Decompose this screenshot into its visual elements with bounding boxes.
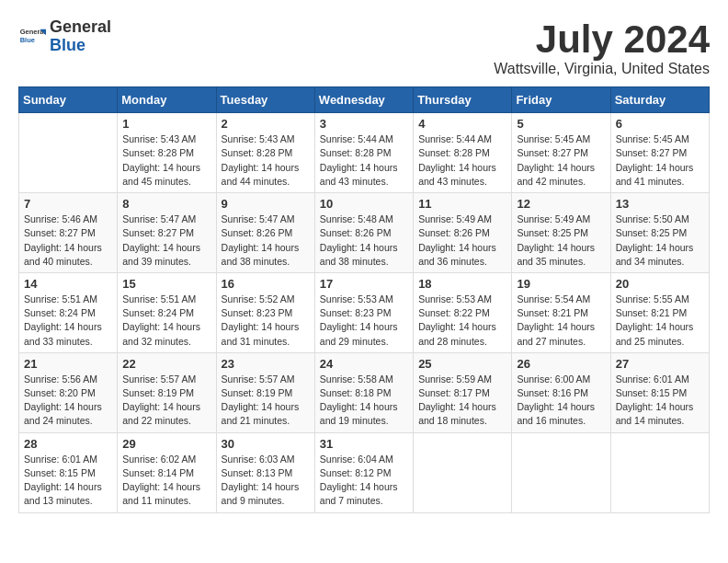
day-number: 31 xyxy=(320,437,408,451)
calendar-week-row: 28Sunrise: 6:01 AM Sunset: 8:15 PM Dayli… xyxy=(19,432,710,512)
day-info: Sunrise: 5:53 AM Sunset: 8:23 PM Dayligh… xyxy=(320,293,408,349)
day-number: 25 xyxy=(418,357,506,371)
logo-icon: General Blue xyxy=(18,23,46,51)
page-header: General Blue General Blue July 2024 Watt… xyxy=(18,18,710,77)
day-info: Sunrise: 5:46 AM Sunset: 8:27 PM Dayligh… xyxy=(24,213,112,269)
calendar-cell: 4Sunrise: 5:44 AM Sunset: 8:28 PM Daylig… xyxy=(414,113,512,193)
day-info: Sunrise: 5:44 AM Sunset: 8:28 PM Dayligh… xyxy=(418,132,506,189)
day-number: 18 xyxy=(418,277,506,291)
day-number: 26 xyxy=(517,357,605,371)
calendar-cell: 23Sunrise: 5:57 AM Sunset: 8:19 PM Dayli… xyxy=(216,352,314,432)
day-info: Sunrise: 5:59 AM Sunset: 8:17 PM Dayligh… xyxy=(418,373,506,429)
day-header-sunday: Sunday xyxy=(19,87,118,113)
day-number: 23 xyxy=(222,357,310,371)
day-number: 2 xyxy=(222,117,310,131)
calendar-cell: 29Sunrise: 6:02 AM Sunset: 8:14 PM Dayli… xyxy=(118,432,216,512)
calendar-week-row: 7Sunrise: 5:46 AM Sunset: 8:27 PM Daylig… xyxy=(19,193,710,273)
calendar-cell: 13Sunrise: 5:50 AM Sunset: 8:25 PM Dayli… xyxy=(610,193,709,273)
day-info: Sunrise: 5:52 AM Sunset: 8:23 PM Dayligh… xyxy=(222,293,310,349)
calendar-cell: 7Sunrise: 5:46 AM Sunset: 8:27 PM Daylig… xyxy=(19,193,118,273)
calendar-cell xyxy=(414,432,512,512)
calendar-cell: 22Sunrise: 5:57 AM Sunset: 8:19 PM Dayli… xyxy=(118,352,216,432)
day-number: 13 xyxy=(616,197,704,211)
day-info: Sunrise: 6:04 AM Sunset: 8:12 PM Dayligh… xyxy=(320,453,408,509)
day-info: Sunrise: 5:49 AM Sunset: 8:26 PM Dayligh… xyxy=(418,213,506,269)
calendar-cell: 3Sunrise: 5:44 AM Sunset: 8:28 PM Daylig… xyxy=(314,113,413,193)
calendar-week-row: 14Sunrise: 5:51 AM Sunset: 8:24 PM Dayli… xyxy=(19,272,710,352)
day-info: Sunrise: 6:02 AM Sunset: 8:14 PM Dayligh… xyxy=(122,453,210,509)
day-number: 9 xyxy=(222,197,310,211)
calendar-cell: 26Sunrise: 6:00 AM Sunset: 8:16 PM Dayli… xyxy=(512,352,610,432)
day-info: Sunrise: 5:56 AM Sunset: 8:20 PM Dayligh… xyxy=(24,373,112,429)
day-number: 27 xyxy=(616,357,704,371)
calendar-cell xyxy=(610,432,709,512)
calendar-cell: 9Sunrise: 5:47 AM Sunset: 8:26 PM Daylig… xyxy=(216,193,314,273)
calendar-cell: 2Sunrise: 5:43 AM Sunset: 8:28 PM Daylig… xyxy=(216,113,314,193)
day-number: 19 xyxy=(517,277,605,291)
day-number: 15 xyxy=(122,277,210,291)
calendar-cell: 24Sunrise: 5:58 AM Sunset: 8:18 PM Dayli… xyxy=(314,352,413,432)
day-header-tuesday: Tuesday xyxy=(216,87,314,113)
day-number: 30 xyxy=(222,437,310,451)
logo-general-text: General xyxy=(50,17,111,36)
day-info: Sunrise: 5:44 AM Sunset: 8:28 PM Dayligh… xyxy=(320,132,408,189)
calendar-table: SundayMondayTuesdayWednesdayThursdayFrid… xyxy=(18,86,710,512)
calendar-week-row: 21Sunrise: 5:56 AM Sunset: 8:20 PM Dayli… xyxy=(19,352,710,432)
calendar-cell: 8Sunrise: 5:47 AM Sunset: 8:27 PM Daylig… xyxy=(118,193,216,273)
day-number: 24 xyxy=(320,357,408,371)
day-info: Sunrise: 6:01 AM Sunset: 8:15 PM Dayligh… xyxy=(24,453,112,509)
day-info: Sunrise: 5:58 AM Sunset: 8:18 PM Dayligh… xyxy=(320,373,408,429)
day-info: Sunrise: 5:43 AM Sunset: 8:28 PM Dayligh… xyxy=(222,132,310,189)
day-header-monday: Monday xyxy=(118,87,216,113)
calendar-cell xyxy=(19,113,118,193)
calendar-cell: 16Sunrise: 5:52 AM Sunset: 8:23 PM Dayli… xyxy=(216,272,314,352)
day-info: Sunrise: 5:48 AM Sunset: 8:26 PM Dayligh… xyxy=(320,213,408,269)
day-number: 14 xyxy=(24,277,112,291)
day-info: Sunrise: 5:49 AM Sunset: 8:25 PM Dayligh… xyxy=(517,213,605,269)
svg-text:General: General xyxy=(20,27,46,35)
day-number: 3 xyxy=(320,117,408,131)
location: Wattsville, Virginia, United States xyxy=(494,61,710,77)
logo-blue-text: Blue xyxy=(50,36,85,54)
calendar-cell: 18Sunrise: 5:53 AM Sunset: 8:22 PM Dayli… xyxy=(414,272,512,352)
title-block: July 2024 Wattsville, Virginia, United S… xyxy=(494,18,710,77)
day-number: 17 xyxy=(320,277,408,291)
day-header-saturday: Saturday xyxy=(610,87,709,113)
day-info: Sunrise: 5:57 AM Sunset: 8:19 PM Dayligh… xyxy=(222,373,310,429)
calendar-cell xyxy=(512,432,610,512)
calendar-cell: 31Sunrise: 6:04 AM Sunset: 8:12 PM Dayli… xyxy=(314,432,413,512)
day-info: Sunrise: 5:43 AM Sunset: 8:28 PM Dayligh… xyxy=(122,132,210,189)
calendar-header-row: SundayMondayTuesdayWednesdayThursdayFrid… xyxy=(19,87,710,113)
day-info: Sunrise: 5:54 AM Sunset: 8:21 PM Dayligh… xyxy=(517,293,605,349)
day-header-wednesday: Wednesday xyxy=(314,87,413,113)
day-info: Sunrise: 5:45 AM Sunset: 8:27 PM Dayligh… xyxy=(517,132,605,189)
day-number: 21 xyxy=(24,357,112,371)
day-info: Sunrise: 5:47 AM Sunset: 8:26 PM Dayligh… xyxy=(222,213,310,269)
calendar-cell: 15Sunrise: 5:51 AM Sunset: 8:24 PM Dayli… xyxy=(118,272,216,352)
day-header-thursday: Thursday xyxy=(414,87,512,113)
day-number: 28 xyxy=(24,437,112,451)
day-number: 8 xyxy=(122,197,210,211)
calendar-cell: 6Sunrise: 5:45 AM Sunset: 8:27 PM Daylig… xyxy=(610,113,709,193)
day-number: 1 xyxy=(122,117,210,131)
day-number: 11 xyxy=(418,197,506,211)
calendar-cell: 27Sunrise: 6:01 AM Sunset: 8:15 PM Dayli… xyxy=(610,352,709,432)
calendar-cell: 25Sunrise: 5:59 AM Sunset: 8:17 PM Dayli… xyxy=(414,352,512,432)
day-number: 4 xyxy=(418,117,506,131)
day-info: Sunrise: 5:53 AM Sunset: 8:22 PM Dayligh… xyxy=(418,293,506,349)
calendar-cell: 20Sunrise: 5:55 AM Sunset: 8:21 PM Dayli… xyxy=(610,272,709,352)
svg-text:Blue: Blue xyxy=(20,36,35,44)
calendar-cell: 11Sunrise: 5:49 AM Sunset: 8:26 PM Dayli… xyxy=(414,193,512,273)
day-number: 6 xyxy=(616,117,704,131)
calendar-cell: 28Sunrise: 6:01 AM Sunset: 8:15 PM Dayli… xyxy=(19,432,118,512)
day-info: Sunrise: 5:51 AM Sunset: 8:24 PM Dayligh… xyxy=(24,293,112,349)
day-number: 5 xyxy=(517,117,605,131)
day-info: Sunrise: 5:55 AM Sunset: 8:21 PM Dayligh… xyxy=(616,293,704,349)
day-number: 7 xyxy=(24,197,112,211)
logo: General Blue General Blue xyxy=(18,18,111,55)
day-info: Sunrise: 5:50 AM Sunset: 8:25 PM Dayligh… xyxy=(616,213,704,269)
day-header-friday: Friday xyxy=(512,87,610,113)
calendar-cell: 14Sunrise: 5:51 AM Sunset: 8:24 PM Dayli… xyxy=(19,272,118,352)
calendar-cell: 21Sunrise: 5:56 AM Sunset: 8:20 PM Dayli… xyxy=(19,352,118,432)
calendar-cell: 19Sunrise: 5:54 AM Sunset: 8:21 PM Dayli… xyxy=(512,272,610,352)
